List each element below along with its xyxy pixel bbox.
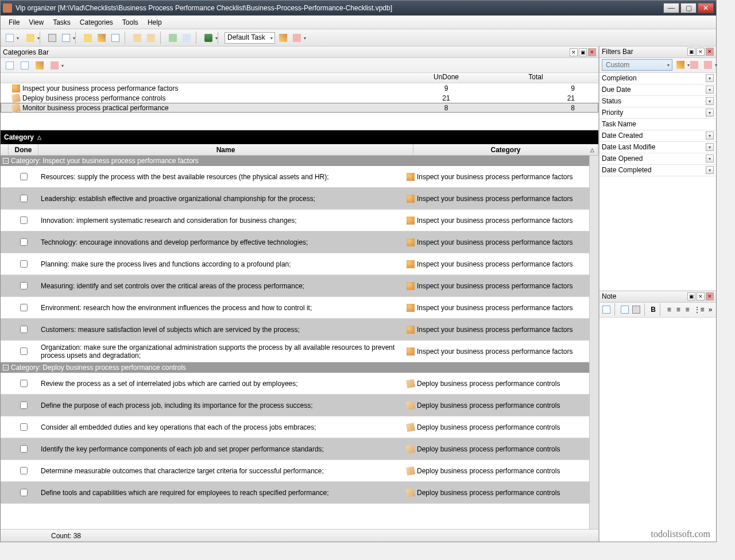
done-checkbox[interactable] [20, 173, 28, 180]
new-button[interactable]: ▾ [4, 32, 16, 44]
note-align-right-button[interactable]: ≡ [684, 304, 691, 315]
collapse-icon[interactable]: – [3, 365, 9, 370]
note-more-button[interactable]: » [707, 304, 714, 315]
note-link-button[interactable] [602, 304, 611, 315]
filter-apply-button[interactable]: ▾ [675, 59, 686, 71]
done-checkbox[interactable] [20, 423, 28, 431]
redo-button[interactable] [145, 32, 157, 44]
dropdown-icon[interactable]: ▾ [706, 109, 714, 117]
done-checkbox[interactable] [20, 326, 28, 333]
menu-file[interactable]: File [4, 17, 24, 28]
notes-button[interactable] [110, 32, 121, 44]
note-align-center-button[interactable]: ≡ [675, 304, 682, 315]
done-checkbox[interactable] [20, 304, 28, 311]
cat-new-button[interactable] [4, 60, 16, 71]
dropdown-icon[interactable]: ▾ [706, 155, 714, 163]
category-tree-row[interactable]: Monitor business process practical perfo… [1, 103, 598, 113]
dropdown-icon[interactable]: ▾ [706, 97, 714, 105]
task-row[interactable]: Leadership: establish effective and proa… [1, 188, 589, 210]
task-row[interactable]: Innovation: implement systematic researc… [1, 210, 589, 231]
panel-close-icon[interactable]: ✕ [706, 292, 714, 300]
wizard-button[interactable] [96, 32, 107, 44]
category-tree-row[interactable]: Inspect your business process performanc… [1, 83, 598, 93]
maximize-button[interactable]: ▢ [680, 3, 697, 13]
group-by-bar[interactable]: Category △ [1, 130, 598, 144]
task-row[interactable]: Determine measurable outcomes that chara… [1, 460, 589, 482]
filter-field-row[interactable]: Due Date▾ [599, 84, 716, 96]
filter-field-row[interactable]: Date Created▾ [599, 130, 716, 142]
col-name[interactable]: Name [38, 144, 413, 155]
filter-field-row[interactable]: Task Name [599, 119, 716, 130]
done-checkbox[interactable] [20, 347, 28, 355]
done-checkbox[interactable] [20, 380, 28, 387]
export-button[interactable]: ▾ [60, 32, 72, 44]
note-bold-button[interactable]: B [650, 304, 657, 315]
note-editor[interactable] [599, 318, 716, 542]
dropdown-icon[interactable]: ▾ [706, 166, 714, 174]
dropdown-icon[interactable]: ▾ [706, 143, 714, 151]
done-checkbox[interactable] [20, 217, 28, 224]
done-checkbox[interactable] [20, 489, 28, 496]
done-checkbox[interactable] [20, 260, 28, 268]
grid-group-header[interactable]: –Category: Deploy business process perfo… [1, 362, 589, 373]
panel-restore-icon[interactable]: ▣ [687, 292, 695, 300]
open-button[interactable]: ▾ [25, 32, 36, 44]
minimize-button[interactable]: — [663, 3, 679, 13]
done-checkbox[interactable] [20, 467, 28, 474]
filter-field-row[interactable]: Priority▾ [599, 107, 716, 119]
filter-delete-button[interactable]: ▾ [702, 59, 714, 71]
task-row[interactable]: Customers: measure satisfaction level of… [1, 319, 589, 341]
col-expand[interactable] [1, 144, 9, 155]
menu-tasks[interactable]: Tasks [48, 17, 75, 28]
category-tree[interactable]: UnDone Total Inspect your business proce… [1, 73, 598, 130]
note-bullets-button[interactable]: ⋮≡ [693, 304, 705, 315]
task-row[interactable]: Define tools and capabilities which are … [1, 482, 589, 504]
done-checkbox[interactable] [20, 401, 28, 409]
collapse-icon[interactable]: – [3, 158, 9, 164]
done-checkbox[interactable] [20, 445, 28, 453]
col-category[interactable]: Category△ [413, 144, 598, 155]
task-row[interactable]: Consider all embedded duties and key ope… [1, 416, 589, 438]
task-row[interactable]: Organization: make sure the organization… [1, 341, 589, 362]
menu-view[interactable]: View [24, 17, 48, 28]
cat-delete-button[interactable]: ▾ [49, 60, 60, 71]
task-row[interactable]: Planning: make sure the process lives an… [1, 253, 589, 275]
note-align-left-button[interactable]: ≡ [666, 304, 672, 315]
note-copy-button[interactable] [620, 304, 629, 315]
done-checkbox[interactable] [20, 282, 28, 289]
panel-restore-icon[interactable]: ▣ [687, 48, 695, 56]
refresh-button[interactable] [277, 32, 289, 44]
task-row[interactable]: Identify the key performance components … [1, 438, 589, 460]
panel-pin-icon[interactable]: ⤧ [697, 292, 705, 300]
done-checkbox[interactable] [20, 195, 28, 202]
col-done[interactable]: Done [9, 144, 38, 155]
filter-clear-button[interactable] [688, 59, 700, 71]
menu-tools[interactable]: Tools [118, 17, 143, 28]
edit-button[interactable] [82, 32, 94, 44]
dropdown-icon[interactable]: ▾ [706, 132, 714, 140]
task-row[interactable]: Technology: encourage innovations and de… [1, 231, 589, 253]
task-row[interactable]: Resources: supply the process with the b… [1, 166, 589, 188]
task-row[interactable]: Measuring: identify and set controls ove… [1, 275, 589, 297]
panel-restore-icon[interactable]: ▣ [579, 48, 587, 56]
cat-child-button[interactable] [19, 60, 30, 71]
filter-field-row[interactable]: Status▾ [599, 96, 716, 107]
task-row[interactable]: Environment: research how the environmen… [1, 297, 589, 319]
panel-pin-icon[interactable]: ⤧ [697, 48, 705, 56]
filter-field-row[interactable]: Date Completed▾ [599, 165, 716, 176]
panel-close-icon[interactable]: ✕ [706, 48, 714, 56]
dropdown-icon[interactable]: ▾ [706, 86, 714, 94]
uncomplete-button[interactable] [181, 32, 192, 44]
task-row[interactable]: Define the purpose of each process job, … [1, 395, 589, 416]
undo-button[interactable] [131, 32, 143, 44]
filter-preset-combo[interactable]: Custom▾ [602, 59, 672, 71]
filter-field-row[interactable]: Date Last Modifie▾ [599, 142, 716, 153]
grid-group-header[interactable]: –Category: Inspect your business process… [1, 156, 589, 166]
vertical-scrollbar[interactable] [589, 156, 598, 529]
print-button[interactable] [47, 32, 58, 44]
done-checkbox[interactable] [20, 238, 28, 246]
panel-pin-icon[interactable]: ⤧ [570, 48, 578, 56]
menu-help[interactable]: Help [143, 17, 167, 28]
filter-field-row[interactable]: Completion▾ [599, 73, 716, 84]
menu-categories[interactable]: Categories [75, 17, 118, 28]
